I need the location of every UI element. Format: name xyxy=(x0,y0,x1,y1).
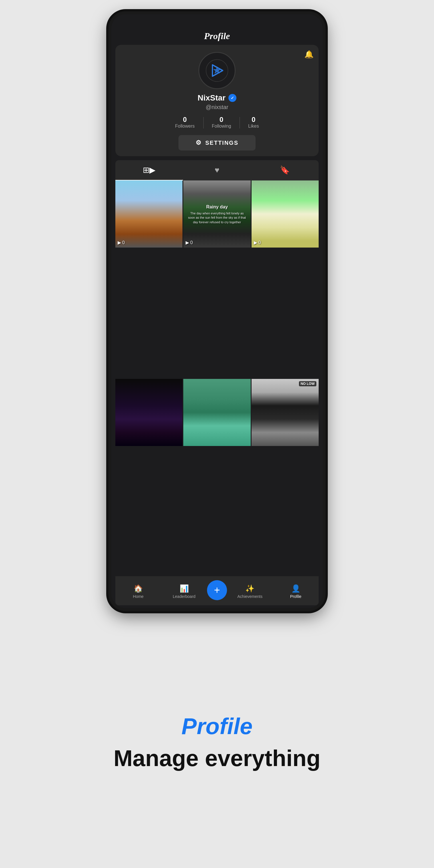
home-label: Home xyxy=(133,594,144,599)
following-label: Following xyxy=(212,124,231,129)
likes-tab-icon: ♥ xyxy=(215,165,220,175)
nav-item-profile[interactable]: 👤 Profile xyxy=(273,584,319,599)
nav-item-achievements[interactable]: ✨ Achievements xyxy=(227,584,273,599)
media-cell-5[interactable] xyxy=(183,379,250,446)
status-bar xyxy=(111,14,323,29)
rainy-day-title: Rainy day xyxy=(187,204,247,210)
add-button[interactable]: + xyxy=(207,580,227,600)
tab-saved[interactable]: 🔖 xyxy=(251,160,319,181)
tab-videos[interactable]: ⊞▶ xyxy=(115,160,183,181)
nav-item-home[interactable]: 🏠 Home xyxy=(115,584,161,599)
bottom-nav: 🏠 Home 📊 Leaderboard + ✨ Achievements 👤 … xyxy=(115,576,319,605)
media-cell-3[interactable]: ▶ 0 xyxy=(252,181,319,248)
nav-item-leaderboard[interactable]: 📊 Leaderboard xyxy=(161,584,207,599)
media-grid: ▶ 0 Rainy day The day when everything fe… xyxy=(115,181,319,576)
settings-button-label: SETTINGS xyxy=(205,140,239,146)
bottom-profile-label: Profile xyxy=(182,713,253,740)
count-1: 0 xyxy=(122,240,125,245)
user-handle: @nixstar xyxy=(206,104,228,111)
play-icon-2: ▶ xyxy=(186,240,189,245)
leaderboard-label: Leaderboard xyxy=(173,594,195,599)
likes-label: Likes xyxy=(248,124,259,129)
media-play-count-2: ▶ 0 xyxy=(186,240,193,245)
profile-card: 🔔 NixStar ✓ xyxy=(115,45,319,156)
following-count: 0 xyxy=(220,116,223,124)
tab-likes[interactable]: ♥ xyxy=(183,160,251,181)
bottom-manage-label: Manage everything xyxy=(114,745,321,772)
media-play-count-3: ▶ 0 xyxy=(254,240,261,245)
gear-icon: ⚙ xyxy=(195,139,202,147)
leaderboard-icon: 📊 xyxy=(180,584,189,593)
saved-tab-icon: 🔖 xyxy=(280,165,290,175)
likes-stat[interactable]: 0 Likes xyxy=(240,116,267,129)
play-icon-3: ▶ xyxy=(254,240,257,245)
media-text-overlay-2: Rainy day The day when everything felt l… xyxy=(187,204,247,224)
media-cell-1[interactable]: ▶ 0 xyxy=(115,181,182,248)
achievements-icon: ✨ xyxy=(245,584,254,593)
media-cell-4[interactable] xyxy=(115,379,182,446)
avatar-inner xyxy=(200,53,234,88)
username-text: NixStar xyxy=(197,93,225,102)
notification-bell-icon[interactable]: 🔔 xyxy=(304,50,313,59)
phone-shell: Profile 🔔 Ni xyxy=(108,11,326,611)
rainy-day-subtitle: The day when everything felt lonely as s… xyxy=(187,211,247,224)
following-stat[interactable]: 0 Following xyxy=(203,116,240,129)
username-row: NixStar ✓ xyxy=(197,93,237,102)
achievements-label: Achievements xyxy=(237,594,262,599)
count-2: 0 xyxy=(190,240,193,245)
media-play-count-1: ▶ 0 xyxy=(118,240,125,245)
no-low-badge: NO LOW xyxy=(299,381,316,386)
settings-button[interactable]: ⚙ SETTINGS xyxy=(179,135,255,151)
home-icon: 🏠 xyxy=(134,584,143,593)
videos-tab-icon: ⊞▶ xyxy=(143,165,156,175)
tabs-row: ⊞▶ ♥ 🔖 xyxy=(115,160,319,181)
profile-nav-label: Profile xyxy=(290,594,302,599)
nixstar-logo-icon xyxy=(206,59,228,82)
bottom-section: Profile Manage everything xyxy=(114,611,321,868)
followers-count: 0 xyxy=(183,116,187,124)
phone-screen: Profile 🔔 Ni xyxy=(111,14,323,608)
verified-badge-icon: ✓ xyxy=(228,94,237,102)
followers-label: Followers xyxy=(175,124,194,129)
likes-count: 0 xyxy=(252,116,255,124)
screen-title: Profile xyxy=(111,29,323,45)
profile-icon: 👤 xyxy=(291,584,300,593)
plus-icon: + xyxy=(214,584,220,596)
stats-row: 0 Followers 0 Following 0 Likes xyxy=(121,116,313,129)
avatar xyxy=(198,52,236,89)
media-cell-2[interactable]: Rainy day The day when everything felt l… xyxy=(183,181,250,248)
count-3: 0 xyxy=(258,240,261,245)
play-icon-1: ▶ xyxy=(118,240,121,245)
followers-stat[interactable]: 0 Followers xyxy=(166,116,203,129)
media-cell-6[interactable]: NO LOW xyxy=(252,379,319,446)
